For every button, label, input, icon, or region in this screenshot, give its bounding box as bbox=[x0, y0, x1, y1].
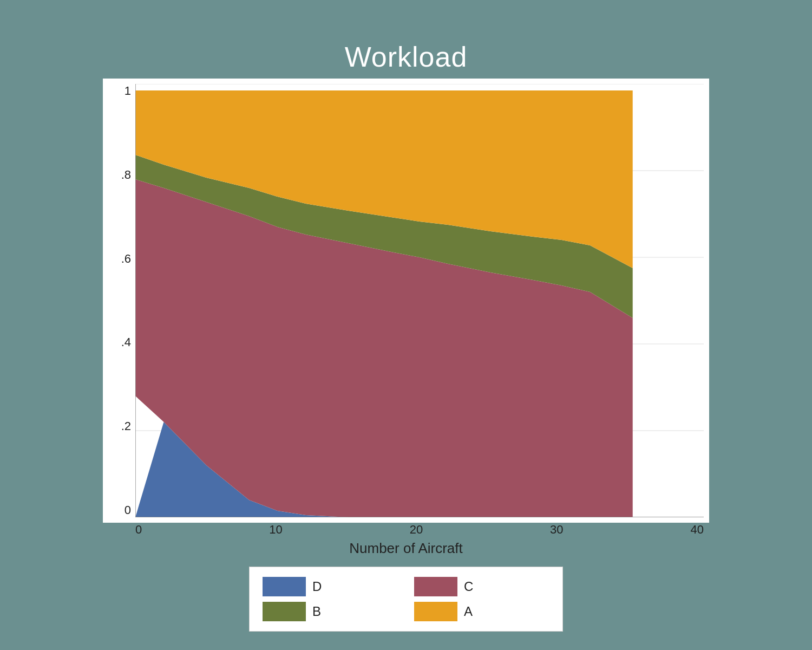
y-tick-02: .2 bbox=[121, 419, 131, 433]
x-axis-container: 0 10 20 30 40 Number of Aircraft bbox=[103, 523, 709, 557]
x-tick-10: 10 bbox=[269, 523, 282, 537]
legend-item-B: B bbox=[263, 602, 398, 621]
x-tick-20: 20 bbox=[410, 523, 423, 537]
x-tick-30: 30 bbox=[550, 523, 563, 537]
legend-label-D: D bbox=[312, 579, 322, 594]
y-tick-06: .6 bbox=[121, 252, 131, 266]
y-tick-1: 1 bbox=[125, 84, 131, 98]
legend-box-B bbox=[263, 602, 306, 621]
legend: D C B A bbox=[249, 567, 563, 632]
legend-item-D: D bbox=[263, 577, 398, 596]
legend-box-C bbox=[414, 577, 457, 596]
legend-box-D bbox=[263, 577, 306, 596]
x-axis-label: Number of Aircraft bbox=[349, 540, 463, 557]
legend-item-A: A bbox=[414, 602, 549, 621]
legend-box-A bbox=[414, 602, 457, 621]
legend-label-B: B bbox=[312, 604, 321, 619]
x-tick-0: 0 bbox=[135, 523, 142, 537]
legend-label-A: A bbox=[464, 604, 473, 619]
chart-svg bbox=[135, 84, 704, 517]
x-tick-40: 40 bbox=[691, 523, 704, 537]
chart-area: 1 .8 .6 .4 .2 0 bbox=[103, 79, 709, 523]
y-tick-04: .4 bbox=[121, 335, 131, 349]
y-tick-0: 0 bbox=[125, 503, 131, 517]
chart-container: Workload 1 .8 .6 .4 .2 0 bbox=[76, 41, 736, 609]
y-axis: 1 .8 .6 .4 .2 0 bbox=[103, 79, 135, 523]
x-axis-ticks: 0 10 20 30 40 bbox=[103, 523, 709, 537]
plot-area bbox=[135, 79, 709, 523]
legend-item-C: C bbox=[414, 577, 549, 596]
legend-label-C: C bbox=[464, 579, 473, 594]
chart-title: Workload bbox=[345, 41, 468, 73]
y-tick-08: .8 bbox=[121, 168, 131, 182]
